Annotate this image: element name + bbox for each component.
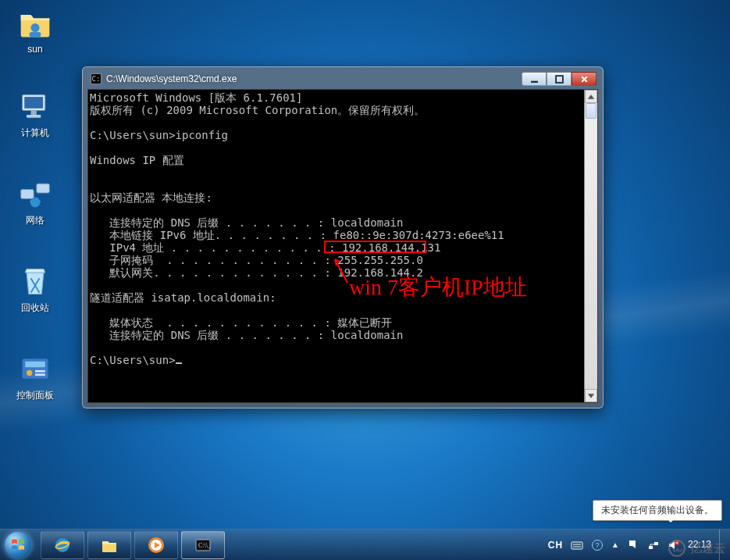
computer-icon bbox=[16, 87, 54, 125]
ime-pad-icon[interactable] bbox=[571, 539, 583, 551]
desktop-icon-folder-sun[interactable]: sun bbox=[5, 5, 66, 55]
svg-rect-3 bbox=[24, 97, 43, 109]
svg-rect-15 bbox=[556, 76, 563, 83]
svg-point-11 bbox=[27, 370, 32, 376]
svg-point-8 bbox=[30, 198, 41, 208]
cmd-cursor bbox=[176, 362, 182, 364]
svg-rect-4 bbox=[31, 111, 37, 116]
svg-rect-22 bbox=[572, 542, 582, 549]
svg-rect-12 bbox=[35, 370, 45, 373]
cmd-client-area: Microsoft Windows [版本 6.1.7601] 版权所有 (c)… bbox=[87, 89, 598, 403]
control-panel-icon bbox=[16, 350, 54, 387]
cmd-window[interactable]: C: C:\Windows\system32\cmd.exe Microsoft… bbox=[82, 66, 604, 408]
taskbar-media-player-button[interactable] bbox=[134, 531, 178, 559]
recycle-bin-icon bbox=[16, 262, 54, 300]
taskbar-pinned-area: C:\\_ bbox=[41, 531, 225, 559]
windows-logo-icon bbox=[5, 532, 31, 558]
vertical-scrollbar[interactable] bbox=[584, 90, 597, 402]
media-player-icon bbox=[147, 536, 166, 555]
taskbar[interactable]: C:\\_ CH ? ▲ 22:13 bbox=[0, 529, 730, 560]
icon-label: 计算机 bbox=[5, 127, 66, 140]
show-hidden-icons-button[interactable]: ▲ bbox=[611, 540, 619, 549]
svg-rect-13 bbox=[35, 373, 45, 376]
internet-explorer-icon bbox=[53, 536, 72, 555]
ime-indicator[interactable]: CH bbox=[548, 540, 563, 551]
start-button[interactable] bbox=[0, 530, 36, 561]
maximize-button[interactable] bbox=[547, 72, 572, 86]
icon-label: 网络 bbox=[5, 214, 66, 227]
icon-label: 控制面板 bbox=[5, 389, 66, 402]
network-icon bbox=[16, 175, 54, 212]
taskbar-cmd-button[interactable]: C:\\_ bbox=[181, 531, 225, 559]
scroll-up-button[interactable] bbox=[585, 90, 597, 103]
svg-text:?: ? bbox=[596, 541, 600, 549]
taskbar-ie-button[interactable] bbox=[41, 531, 84, 559]
audio-balloon-tip[interactable]: 未安装任何音频输出设备。 bbox=[593, 500, 722, 521]
icon-label: 回收站 bbox=[5, 301, 66, 315]
svg-rect-7 bbox=[37, 184, 49, 193]
scroll-down-button[interactable] bbox=[585, 389, 597, 402]
watermark-text: 亿速云 bbox=[690, 541, 725, 556]
cmd-taskbar-icon: C:\\_ bbox=[194, 536, 212, 555]
annotation-arrow-icon bbox=[330, 255, 351, 284]
desktop-icon-control-panel[interactable]: 控制面板 bbox=[5, 350, 66, 402]
window-buttons bbox=[522, 72, 596, 86]
svg-rect-25 bbox=[649, 546, 653, 549]
taskbar-explorer-button[interactable] bbox=[87, 531, 131, 559]
file-explorer-icon bbox=[100, 536, 119, 555]
svg-rect-1 bbox=[30, 32, 41, 37]
window-titlebar[interactable]: C: C:\Windows\system32\cmd.exe bbox=[87, 72, 598, 89]
desktop-icon-computer[interactable]: 计算机 bbox=[5, 87, 66, 140]
cmd-title-icon: C: bbox=[91, 73, 101, 84]
close-button[interactable] bbox=[572, 72, 596, 86]
windows7-desktop: sun 计算机 网络 回收站 控制面板 C: C:\Windows\system… bbox=[0, 0, 730, 560]
watermark-icon: ᴗᴗ bbox=[668, 540, 685, 557]
svg-rect-14 bbox=[531, 80, 538, 82]
desktop-icon-recycle-bin[interactable]: 回收站 bbox=[5, 262, 66, 315]
svg-text:C:\\_: C:\\_ bbox=[198, 542, 212, 549]
window-title: C:\Windows\system32\cmd.exe bbox=[106, 73, 517, 84]
scroll-track[interactable] bbox=[585, 103, 597, 389]
help-icon[interactable]: ? bbox=[591, 539, 604, 551]
folder-user-icon bbox=[16, 5, 54, 42]
svg-rect-5 bbox=[27, 115, 41, 118]
icon-label: sun bbox=[5, 44, 66, 55]
network-tray-icon[interactable] bbox=[647, 539, 660, 551]
annotation-ip-highlight bbox=[324, 241, 426, 253]
minimize-button[interactable] bbox=[522, 72, 547, 86]
watermark: ᴗᴗ 亿速云 bbox=[668, 540, 725, 557]
scroll-thumb[interactable] bbox=[586, 103, 596, 119]
svg-rect-6 bbox=[21, 190, 34, 199]
svg-point-0 bbox=[31, 23, 40, 32]
desktop-icon-network[interactable]: 网络 bbox=[5, 175, 66, 227]
svg-rect-10 bbox=[25, 362, 45, 367]
balloon-text: 未安装任何音频输出设备。 bbox=[601, 505, 714, 515]
action-center-icon[interactable] bbox=[627, 539, 639, 551]
annotation-label: win 7客户机IP地址 bbox=[349, 273, 527, 302]
